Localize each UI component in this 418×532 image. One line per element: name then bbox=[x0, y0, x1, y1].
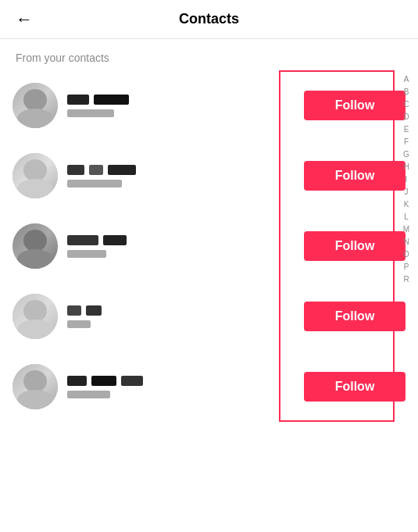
alpha-p[interactable]: P bbox=[404, 261, 409, 273]
avatar bbox=[13, 223, 58, 269]
section-label: From your contacts bbox=[0, 39, 418, 70]
avatar bbox=[13, 83, 58, 128]
alpha-j[interactable]: J bbox=[405, 186, 409, 198]
list-item: Follow bbox=[0, 141, 418, 211]
follow-button[interactable]: Follow bbox=[304, 161, 405, 191]
contacts-list: Follow Follow bbox=[0, 70, 418, 422]
alpha-f[interactable]: F bbox=[404, 136, 409, 148]
contacts-wrapper: Follow Follow bbox=[0, 70, 418, 422]
avatar bbox=[13, 153, 58, 198]
alpha-l[interactable]: L bbox=[404, 211, 409, 223]
contact-info bbox=[67, 376, 298, 398]
follow-button[interactable]: Follow bbox=[304, 302, 405, 331]
follow-button[interactable]: Follow bbox=[304, 372, 405, 402]
follow-button[interactable]: Follow bbox=[304, 91, 405, 120]
alpha-o[interactable]: O bbox=[403, 248, 409, 260]
alpha-g[interactable]: G bbox=[403, 148, 409, 160]
alpha-b[interactable]: B bbox=[404, 86, 409, 98]
list-item: Follow bbox=[0, 70, 418, 141]
list-item: Follow bbox=[0, 211, 418, 281]
alpha-h[interactable]: H bbox=[403, 161, 409, 173]
alpha-d[interactable]: D bbox=[403, 111, 409, 123]
follow-button[interactable]: Follow bbox=[304, 231, 405, 261]
alpha-i[interactable]: I bbox=[405, 173, 408, 185]
alphabet-sidebar: A B C D E F G H I J K L M N O P R bbox=[395, 70, 418, 288]
alpha-m[interactable]: M bbox=[403, 223, 409, 235]
page-title: Contacts bbox=[179, 11, 239, 27]
avatar bbox=[13, 364, 58, 409]
contact-info bbox=[67, 305, 298, 328]
alpha-a[interactable]: A bbox=[404, 73, 409, 85]
avatar bbox=[13, 294, 58, 339]
alpha-k[interactable]: K bbox=[404, 198, 409, 210]
header: ← Contacts bbox=[0, 0, 418, 39]
alpha-n[interactable]: N bbox=[403, 236, 409, 248]
contact-info bbox=[67, 165, 298, 187]
alpha-r[interactable]: R bbox=[403, 273, 409, 285]
contact-info bbox=[67, 235, 298, 258]
alpha-c[interactable]: C bbox=[403, 98, 409, 110]
list-item: Follow bbox=[0, 281, 418, 352]
contact-info bbox=[67, 95, 298, 117]
alpha-e[interactable]: E bbox=[404, 123, 409, 135]
back-button[interactable]: ← bbox=[13, 6, 36, 33]
list-item: Follow bbox=[0, 352, 418, 422]
